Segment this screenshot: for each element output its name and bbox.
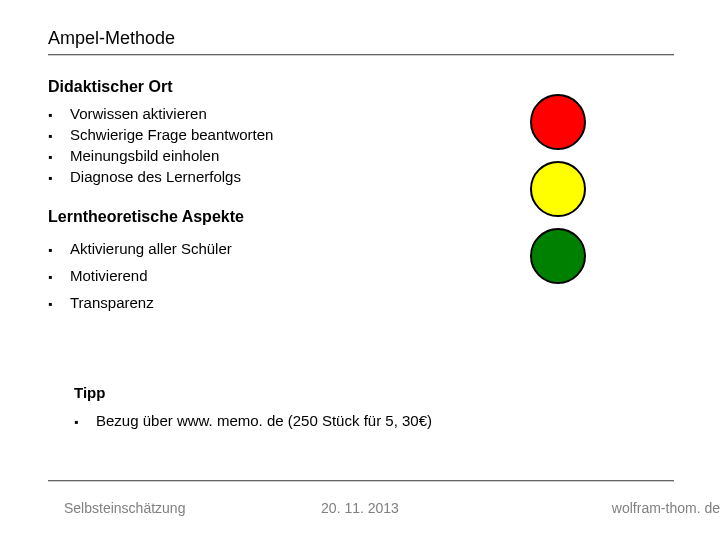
bullet-icon: ▪: [48, 237, 70, 263]
list-item-label: Bezug über www. memo. de (250 Stück für …: [96, 412, 432, 429]
list-item: ▪ Diagnose des Lernerfolgs: [48, 167, 273, 188]
list-item-label: Vorwissen aktivieren: [70, 104, 207, 124]
bullet-icon: ▪: [48, 147, 70, 167]
list-item-label: Meinungsbild einholen: [70, 146, 219, 166]
tipp-heading: Tipp: [74, 384, 105, 401]
section1-list: ▪ Vorwissen aktivieren ▪ Schwierige Frag…: [48, 104, 273, 188]
list-item: ▪ Bezug über www. memo. de (250 Stück fü…: [74, 412, 432, 429]
list-item-label: Schwierige Frage beantworten: [70, 125, 273, 145]
bullet-icon: ▪: [48, 291, 70, 317]
bullet-icon: ▪: [48, 264, 70, 290]
list-item: ▪ Vorwissen aktivieren: [48, 104, 273, 125]
list-item: ▪ Schwierige Frage beantworten: [48, 125, 273, 146]
bullet-icon: ▪: [48, 126, 70, 146]
traffic-light-green: [530, 228, 586, 284]
list-item-label: Aktivierung aller Schüler: [70, 236, 232, 262]
section2-heading: Lerntheoretische Aspekte: [48, 208, 244, 226]
section2-list: ▪ Aktivierung aller Schüler ▪ Motivieren…: [48, 236, 232, 317]
footer-divider: [48, 480, 674, 482]
footer-right: wolfram-thom. de: [612, 500, 720, 516]
bullet-icon: ▪: [48, 105, 70, 125]
list-item-label: Motivierend: [70, 263, 148, 289]
list-item: ▪ Motivierend: [48, 263, 232, 290]
list-item: ▪ Aktivierung aller Schüler: [48, 236, 232, 263]
tipp-list: ▪ Bezug über www. memo. de (250 Stück fü…: [74, 412, 432, 429]
section1-heading: Didaktischer Ort: [48, 78, 172, 96]
title-divider: [48, 54, 674, 56]
list-item-label: Transparenz: [70, 290, 154, 316]
traffic-light-red: [530, 94, 586, 150]
page-title: Ampel-Methode: [48, 28, 175, 49]
list-item-label: Diagnose des Lernerfolgs: [70, 167, 241, 187]
bullet-icon: ▪: [74, 415, 96, 429]
list-item: ▪ Meinungsbild einholen: [48, 146, 273, 167]
list-item: ▪ Transparenz: [48, 290, 232, 317]
traffic-light-yellow: [530, 161, 586, 217]
bullet-icon: ▪: [48, 168, 70, 188]
